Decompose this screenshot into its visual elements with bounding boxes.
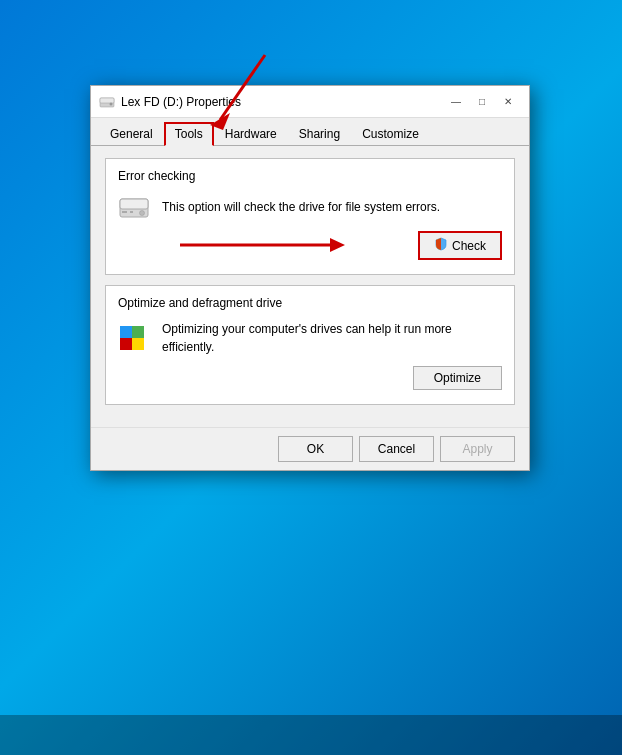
tab-hardware[interactable]: Hardware <box>214 122 288 146</box>
tab-tools[interactable]: Tools <box>164 122 214 146</box>
check-button-label: Check <box>452 239 486 253</box>
error-checking-row: This option will check the drive for fil… <box>118 193 502 221</box>
close-button[interactable]: ✕ <box>495 92 521 112</box>
optimize-title: Optimize and defragment drive <box>118 296 502 310</box>
check-btn-row: Check <box>118 231 502 260</box>
drive-icon <box>99 94 115 110</box>
title-bar-buttons: — □ ✕ <box>443 92 521 112</box>
error-checking-title: Error checking <box>118 169 502 183</box>
tab-sharing[interactable]: Sharing <box>288 122 351 146</box>
optimize-section: Optimize and defragment drive Optimizing… <box>105 285 515 405</box>
title-bar: Lex FD (D:) Properties — □ ✕ <box>91 86 529 118</box>
optimize-row: Optimizing your computer's drives can he… <box>118 320 502 356</box>
svg-rect-13 <box>132 338 144 350</box>
svg-rect-10 <box>130 211 133 213</box>
tab-bar: General Tools Hardware Sharing Customize <box>91 118 529 146</box>
svg-point-11 <box>140 211 145 216</box>
svg-point-6 <box>110 102 113 105</box>
svg-rect-14 <box>120 326 132 338</box>
maximize-button[interactable]: □ <box>469 92 495 112</box>
window-title: Lex FD (D:) Properties <box>121 95 443 109</box>
properties-dialog: Lex FD (D:) Properties — □ ✕ General Too… <box>90 85 530 471</box>
error-checking-desc: This option will check the drive for fil… <box>162 198 502 216</box>
optimize-button[interactable]: Optimize <box>413 366 502 390</box>
minimize-button[interactable]: — <box>443 92 469 112</box>
ok-button[interactable]: OK <box>278 436 353 462</box>
shield-icon <box>434 237 448 254</box>
svg-rect-8 <box>120 199 148 209</box>
content-area: Error checking This option will check th… <box>91 146 529 427</box>
optimize-btn-row: Optimize <box>118 366 502 390</box>
svg-rect-5 <box>100 98 114 103</box>
svg-rect-15 <box>132 326 144 338</box>
apply-button[interactable]: Apply <box>440 436 515 462</box>
error-drive-icon <box>118 193 150 221</box>
svg-rect-9 <box>122 211 127 213</box>
tab-general[interactable]: General <box>99 122 164 146</box>
error-checking-section: Error checking This option will check th… <box>105 158 515 275</box>
optimize-desc: Optimizing your computer's drives can he… <box>162 320 502 356</box>
dialog-footer: OK Cancel Apply <box>91 427 529 470</box>
check-button[interactable]: Check <box>418 231 502 260</box>
svg-rect-12 <box>120 338 132 350</box>
tab-customize[interactable]: Customize <box>351 122 430 146</box>
optimize-icon <box>118 322 150 354</box>
cancel-button[interactable]: Cancel <box>359 436 434 462</box>
